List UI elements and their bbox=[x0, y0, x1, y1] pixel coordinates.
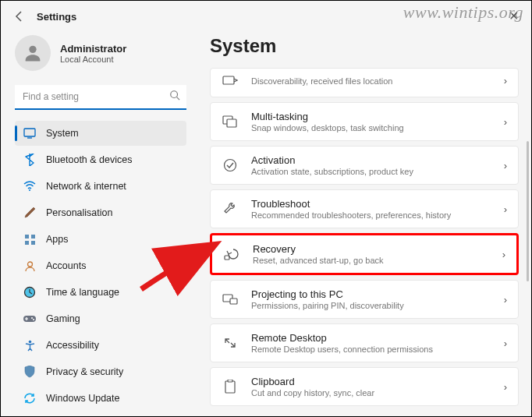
clock-icon bbox=[23, 285, 37, 299]
svg-point-1 bbox=[171, 91, 178, 98]
svg-point-13 bbox=[31, 317, 33, 319]
chevron-right-icon: › bbox=[502, 249, 505, 260]
sidebar-item-system[interactable]: System bbox=[15, 121, 186, 146]
search-box[interactable] bbox=[15, 85, 186, 110]
update-icon bbox=[23, 391, 37, 405]
svg-rect-23 bbox=[225, 381, 235, 393]
recovery-icon bbox=[223, 246, 240, 263]
back-button[interactable] bbox=[12, 9, 27, 24]
svg-rect-8 bbox=[25, 241, 29, 245]
sidebar-item-network[interactable]: Network & internet bbox=[15, 174, 186, 199]
svg-point-0 bbox=[29, 46, 36, 53]
nav-label: Time & language bbox=[46, 287, 119, 298]
svg-rect-6 bbox=[25, 235, 29, 239]
svg-rect-3 bbox=[24, 129, 35, 136]
card-activation[interactable]: Activation Activation state, subscriptio… bbox=[210, 146, 519, 185]
sidebar-item-gaming[interactable]: Gaming bbox=[15, 306, 186, 331]
card-troubleshoot[interactable]: Troubleshoot Recommended troubleshooters… bbox=[210, 189, 519, 228]
sidebar-item-privacy[interactable]: Privacy & security bbox=[15, 359, 186, 384]
remote-icon bbox=[222, 334, 239, 352]
nav-label: Privacy & security bbox=[46, 366, 123, 377]
chevron-right-icon: › bbox=[504, 116, 507, 128]
search-input[interactable] bbox=[15, 85, 186, 108]
system-icon bbox=[23, 126, 37, 140]
card-sub: Permissions, pairing PIN, discoverabilit… bbox=[251, 301, 491, 310]
sidebar: Administrator Local Account System Bluet bbox=[1, 27, 196, 413]
svg-rect-16 bbox=[223, 76, 234, 84]
sidebar-item-accounts[interactable]: Accounts bbox=[15, 253, 186, 278]
header-title: Settings bbox=[37, 11, 76, 23]
wrench-icon bbox=[222, 200, 239, 217]
search-icon bbox=[169, 90, 180, 103]
svg-point-14 bbox=[33, 319, 34, 320]
chevron-right-icon: › bbox=[504, 160, 507, 171]
nav-label: Network & internet bbox=[46, 181, 126, 192]
chevron-right-icon: › bbox=[504, 337, 507, 349]
card-title: Remote Desktop bbox=[251, 332, 491, 344]
nav-label: Personalisation bbox=[46, 207, 112, 218]
card-sub: Recommended troubleshooters, preferences… bbox=[251, 210, 491, 220]
sidebar-item-apps[interactable]: Apps bbox=[15, 227, 186, 252]
chevron-right-icon: › bbox=[504, 294, 507, 306]
avatar bbox=[15, 35, 51, 71]
svg-rect-24 bbox=[228, 380, 232, 382]
card-multitasking[interactable]: Multi-tasking Snap windows, desktops, ta… bbox=[210, 102, 519, 141]
watermark-text: www.wintips.org bbox=[403, 2, 523, 23]
sidebar-item-update[interactable]: Windows Update bbox=[15, 386, 186, 411]
card-sub: Reset, advanced start-up, go back bbox=[253, 256, 490, 265]
nav-list: System Bluetooth & devices Network & int… bbox=[15, 121, 186, 411]
sidebar-item-accessibility[interactable]: Accessibility bbox=[15, 333, 186, 358]
card-projecting[interactable]: Projecting to this PC Permissions, pairi… bbox=[210, 280, 519, 319]
svg-point-10 bbox=[27, 262, 32, 267]
card-recovery[interactable]: Recovery Reset, advanced start-up, go ba… bbox=[210, 233, 519, 275]
user-name: Administrator bbox=[60, 43, 126, 55]
accounts-icon bbox=[23, 259, 37, 273]
card-title: Clipboard bbox=[251, 376, 491, 387]
chevron-right-icon: › bbox=[504, 75, 507, 87]
wifi-icon bbox=[23, 179, 37, 193]
svg-point-19 bbox=[225, 160, 236, 171]
user-sub: Local Account bbox=[60, 55, 126, 64]
svg-rect-18 bbox=[227, 119, 236, 127]
chevron-right-icon: › bbox=[504, 381, 507, 393]
apps-icon bbox=[23, 232, 37, 246]
shield-icon bbox=[23, 365, 37, 379]
nav-label: System bbox=[46, 128, 79, 139]
share-icon bbox=[222, 72, 239, 89]
settings-list: Discoverability, received files location… bbox=[210, 68, 519, 406]
chevron-right-icon: › bbox=[504, 203, 507, 215]
card-title: Projecting to this PC bbox=[251, 288, 491, 300]
multitask-icon bbox=[222, 113, 239, 130]
svg-rect-7 bbox=[31, 235, 35, 239]
card-clipboard[interactable]: Clipboard Cut and copy history, sync, cl… bbox=[210, 367, 519, 406]
sidebar-item-bluetooth[interactable]: Bluetooth & devices bbox=[15, 147, 186, 172]
nav-label: Apps bbox=[46, 234, 69, 245]
nav-label: Accounts bbox=[46, 260, 86, 271]
card-title: Recovery bbox=[253, 243, 490, 255]
svg-line-2 bbox=[177, 97, 180, 101]
card-nearby-sharing[interactable]: Discoverability, received files location… bbox=[210, 68, 519, 97]
sidebar-item-time[interactable]: Time & language bbox=[15, 280, 186, 305]
accessibility-icon bbox=[23, 338, 37, 352]
sidebar-item-personalisation[interactable]: Personalisation bbox=[15, 200, 186, 225]
nav-label: Windows Update bbox=[46, 393, 120, 404]
svg-point-5 bbox=[29, 189, 30, 191]
scrollbar[interactable] bbox=[527, 141, 529, 281]
nav-label: Accessibility bbox=[46, 340, 99, 351]
bluetooth-icon bbox=[23, 153, 37, 167]
card-sub: Cut and copy history, sync, clear bbox=[251, 388, 491, 398]
nav-label: Bluetooth & devices bbox=[46, 154, 133, 165]
card-remote-desktop[interactable]: Remote Desktop Remote Desktop users, con… bbox=[210, 323, 519, 362]
svg-rect-22 bbox=[230, 299, 237, 304]
check-circle-icon bbox=[222, 157, 239, 174]
page-title: System bbox=[210, 35, 519, 57]
card-title: Multi-tasking bbox=[251, 111, 491, 122]
nav-label: Gaming bbox=[46, 313, 80, 324]
card-sub: Remote Desktop users, connection permiss… bbox=[251, 345, 491, 354]
card-title: Troubleshoot bbox=[251, 198, 491, 210]
gaming-icon bbox=[23, 312, 37, 326]
card-title: Activation bbox=[251, 154, 491, 166]
user-block[interactable]: Administrator Local Account bbox=[15, 35, 186, 71]
clipboard-icon bbox=[222, 378, 239, 395]
card-sub: Discoverability, received files location bbox=[251, 76, 491, 86]
